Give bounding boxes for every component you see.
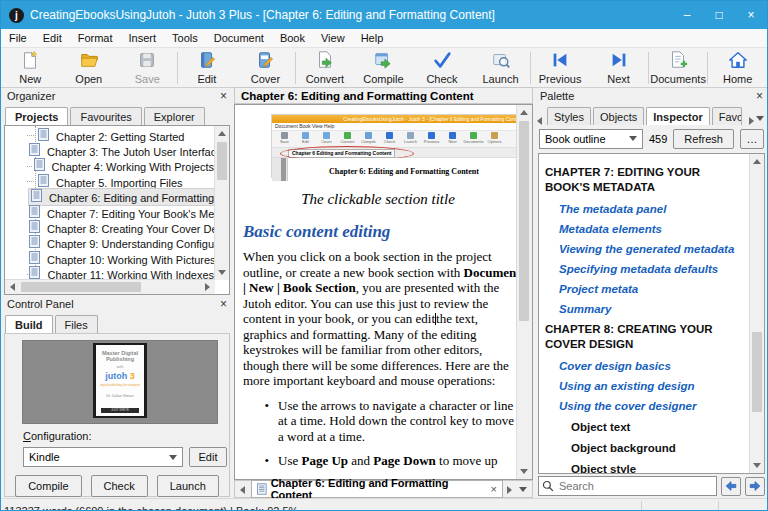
outline-section-item[interactable]: Using the cover designer [559, 400, 748, 412]
palette-vertical-scrollbar[interactable] [749, 154, 764, 473]
close-button[interactable]: × [735, 1, 767, 29]
convert-toolbar-button[interactable]: Convert [296, 49, 355, 87]
outline-section-item[interactable]: Object background [571, 442, 748, 454]
menu-document[interactable]: Document [206, 29, 272, 47]
scrollbar-thumb[interactable] [519, 121, 529, 321]
scrollbar-thumb[interactable] [21, 282, 141, 292]
search-input[interactable] [538, 476, 717, 496]
outline-section-item[interactable]: Using an existing design [559, 380, 748, 392]
menu-insert[interactable]: Insert [121, 29, 165, 47]
outline-section-item[interactable]: Metadata elements [559, 223, 748, 235]
outline-section-item[interactable]: The metadata panel [559, 203, 748, 215]
tab-build[interactable]: Build [5, 315, 53, 333]
launch-button[interactable]: Launch [157, 475, 219, 497]
compile-toolbar-button[interactable]: Compile [354, 49, 413, 87]
tab-close-icon[interactable]: × [491, 483, 497, 495]
organizer-vertical-scrollbar[interactable] [214, 126, 229, 280]
new-toolbar-button[interactable]: New [1, 49, 60, 87]
tab-inspector[interactable]: Inspector [646, 107, 710, 125]
tab-favourites-palette[interactable]: Favou [712, 107, 742, 125]
outline-section-item[interactable]: Viewing the generated metadata [559, 243, 748, 255]
tree-item[interactable]: Chapter 7: Editing Your Book's Meta [5, 205, 214, 220]
palette-tabs-scroll-right-icon[interactable] [744, 111, 756, 125]
tab-scroll-right-icon[interactable] [503, 482, 517, 496]
documents-toolbar-button[interactable]: Documents [649, 49, 708, 87]
scrollbar-thumb[interactable] [752, 332, 762, 412]
scroll-down-icon[interactable] [753, 463, 761, 468]
control-panel-close-icon[interactable]: × [220, 298, 227, 310]
organizer-close-icon[interactable]: × [220, 90, 227, 102]
outline-chapter-item[interactable]: CHAPTER 8: CREATING YOUR COVER DESIGN [545, 322, 748, 352]
tab-favourites[interactable]: Favourites [70, 107, 141, 125]
launch-toolbar-button[interactable]: Launch [471, 49, 530, 87]
tree-item[interactable]: Chapter 9: Understanding Configura [5, 236, 214, 251]
scroll-up-icon[interactable] [753, 159, 761, 164]
edit-toolbar-button[interactable]: Edit [178, 49, 237, 87]
next-toolbar-button[interactable]: Next [589, 49, 648, 87]
search-previous-button[interactable] [721, 477, 741, 496]
search-next-button[interactable] [745, 477, 765, 496]
scrollbar-thumb[interactable] [217, 142, 227, 180]
tree-item[interactable]: Chapter 6: Editing and Formatting C [5, 190, 214, 205]
document-content[interactable]: CreatingEbooksUsingJutoh - Jutoh 3 - [Ch… [235, 105, 517, 479]
tree-item[interactable]: Chapter 8: Creating Your Cover Desi [5, 220, 214, 235]
palette-close-icon[interactable]: × [756, 90, 763, 102]
tree-item[interactable]: Chapter 10: Working With Pictures [5, 251, 214, 266]
outline-chapter-item[interactable]: CHAPTER 7: EDITING YOUR BOOK'S METADATA [545, 165, 748, 195]
cover-toolbar-button[interactable]: Cover [236, 49, 295, 87]
menu-tools[interactable]: Tools [164, 29, 206, 47]
document-editor[interactable]: CreatingEbooksUsingJutoh - Jutoh 3 - [Ch… [234, 104, 533, 480]
tree-item[interactable]: Chapter 2: Getting Started [5, 128, 214, 143]
tree-item[interactable]: Chapter 3: The Jutoh User Interface [5, 143, 214, 158]
tab-explorer[interactable]: Explorer [144, 107, 205, 125]
bullet-list[interactable]: •Use the arrows to navigate a character … [243, 398, 513, 469]
tab-list-dropdown-icon[interactable] [519, 487, 527, 492]
menu-help[interactable]: Help [353, 29, 392, 47]
scroll-up-icon[interactable] [218, 131, 226, 136]
minimize-button[interactable]: – [671, 1, 703, 29]
tree-item[interactable]: Chapter 11: Working With Indexes [5, 267, 214, 280]
outline-section-item[interactable]: Object style [571, 463, 748, 473]
menu-format[interactable]: Format [70, 29, 121, 47]
body-paragraph[interactable]: When you click on a book section in the … [243, 249, 521, 389]
tree-item[interactable]: Chapter 4: Working With Projects [5, 159, 214, 174]
scroll-up-icon[interactable] [520, 110, 528, 115]
open-toolbar-button[interactable]: Open [60, 49, 119, 87]
compile-button[interactable]: Compile [15, 475, 81, 497]
menu-file[interactable]: File [1, 29, 35, 47]
outline-section-item[interactable]: Project metata [559, 283, 748, 295]
refresh-button[interactable]: Refresh [673, 129, 734, 149]
previous-toolbar-button[interactable]: Previous [531, 49, 590, 87]
outline-section-item[interactable]: Summary [559, 303, 748, 315]
menu-edit[interactable]: Edit [35, 29, 70, 47]
edit-configuration-button[interactable]: Edit [189, 447, 227, 467]
inspector-mode-select[interactable]: Book outline [539, 129, 643, 149]
configuration-select[interactable]: Kindle [23, 447, 183, 467]
more-options-button[interactable]: … [740, 129, 764, 149]
tab-scroll-left-icon[interactable] [235, 482, 249, 496]
outline-section-item[interactable]: Object text [571, 421, 748, 433]
check-toolbar-button[interactable]: Check [413, 49, 472, 87]
tab-styles[interactable]: Styles [547, 107, 591, 125]
tree-item[interactable]: Chapter 5. Importing Files [5, 174, 214, 189]
outline-section-item[interactable]: Specifying metadata defaults [559, 263, 748, 275]
scroll-down-icon[interactable] [520, 469, 528, 474]
palette-tabs-scroll-left-icon[interactable] [535, 111, 547, 125]
organizer-horizontal-scrollbar[interactable] [5, 279, 215, 294]
editor-vertical-scrollbar[interactable] [516, 105, 532, 479]
document-icon [29, 146, 44, 158]
outline-section-item[interactable]: Cover design basics [559, 360, 748, 372]
palette-tab-list-icon[interactable] [756, 116, 764, 121]
tab-objects[interactable]: Objects [593, 107, 644, 125]
maximize-button[interactable]: □ [703, 1, 735, 29]
scroll-left-icon[interactable] [10, 283, 15, 291]
document-tab[interactable]: Chapter 6: Editing and Formatting Conten… [251, 480, 503, 498]
menu-view[interactable]: View [313, 29, 353, 47]
tab-files[interactable]: Files [55, 315, 98, 333]
menu-book[interactable]: Book [272, 29, 313, 47]
check-button[interactable]: Check [91, 475, 148, 497]
scroll-down-icon[interactable] [218, 270, 226, 275]
home-toolbar-button[interactable]: Home [708, 49, 767, 87]
tab-projects[interactable]: Projects [5, 107, 68, 125]
scroll-right-icon[interactable] [205, 283, 210, 291]
